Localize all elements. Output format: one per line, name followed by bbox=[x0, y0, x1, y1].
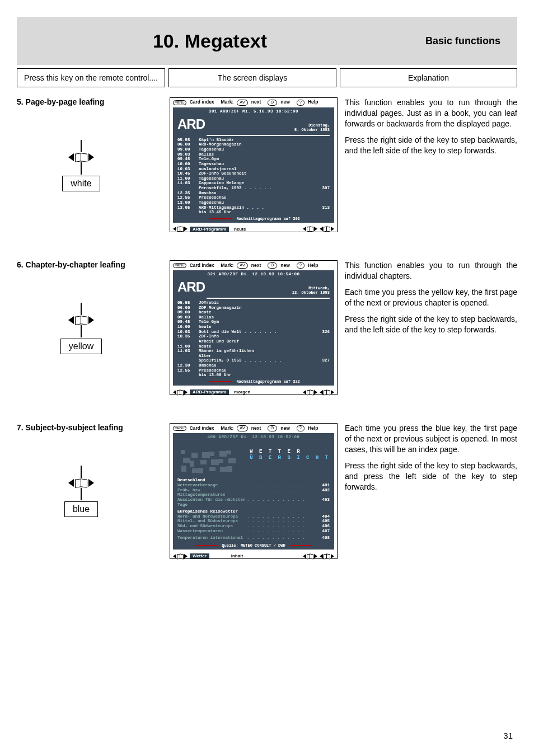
new-label: new bbox=[280, 100, 290, 105]
explanation-column: This function enables you to run through… bbox=[345, 97, 517, 232]
card-index-label: Card index bbox=[190, 426, 214, 431]
screen-menubar: MENUCard indexMark:AVnext⊙new?Help bbox=[170, 98, 337, 107]
program-row: 10.35ZDF-Info bbox=[177, 334, 330, 339]
program-title: Tagesschau bbox=[199, 176, 312, 181]
card-index-label: Card index bbox=[190, 263, 214, 269]
program-title: ARD-Mittagsmagazin . . . . bbox=[199, 205, 312, 210]
program-time: 09.03 bbox=[177, 152, 194, 157]
wetter-row: Mittel- und Südosteuropa . . . . . . . .… bbox=[177, 519, 330, 524]
next-label: next bbox=[251, 100, 261, 105]
page-title: 10. Megatext bbox=[153, 30, 267, 51]
header-bar: 10. Megatext Basic functions bbox=[17, 17, 517, 65]
screen-menubar: MENUCard indexMark:AVnext⊙new?Help bbox=[170, 261, 337, 270]
program-time: 09.00 bbox=[177, 147, 194, 152]
program-row: Arbeit und Beruf bbox=[177, 339, 330, 344]
explanation-column: Each time you press the blue key, the fi… bbox=[345, 423, 517, 559]
program-title: ZDF-Info bbox=[199, 334, 312, 339]
program-row: 10.00heute bbox=[177, 325, 330, 330]
channel-logo: ARD bbox=[177, 279, 205, 295]
new-pill: ⊙ bbox=[268, 425, 277, 431]
wetter-label: Früh- bzw. Mittagstemperaturen bbox=[177, 488, 247, 497]
program-title: ARD-Morgenmagazin bbox=[199, 142, 312, 147]
program-title: Cappuccino Melange bbox=[199, 181, 312, 186]
program-title: Gott und die Welt . . . . . . . bbox=[199, 330, 312, 335]
explanation-paragraph: Press the right side of the key to step … bbox=[345, 314, 517, 335]
program-row: 09.03Dallas bbox=[177, 315, 330, 320]
key-color-label: blue bbox=[64, 501, 98, 517]
program-page: 327 bbox=[316, 358, 330, 363]
program-title: Alter bbox=[199, 354, 312, 359]
help-pill: ? bbox=[297, 100, 305, 106]
program-time: 11.00 bbox=[177, 176, 194, 181]
help-pill: ? bbox=[297, 425, 305, 431]
program-time: 11.00 bbox=[177, 344, 194, 349]
wetter-row: Früh- bzw. Mittagstemperaturen . . . . .… bbox=[177, 488, 330, 497]
program-time: 05.55 bbox=[177, 300, 194, 306]
mark-label: Mark: bbox=[221, 100, 234, 105]
explanation-column: This function enables you to run through… bbox=[345, 260, 517, 395]
program-time bbox=[177, 339, 194, 344]
program-time: 09.45 bbox=[177, 320, 194, 325]
program-time bbox=[177, 354, 194, 359]
program-page bbox=[316, 157, 330, 162]
wetter-row: Süd- und Südwesteuropa . . . . . . . . .… bbox=[177, 524, 330, 529]
wetter-page: 401 bbox=[316, 483, 330, 488]
program-page bbox=[316, 320, 330, 325]
wetter-row: Aussichten für die nächsten Tage . . . .… bbox=[177, 497, 330, 507]
program-time: 11.03 bbox=[177, 349, 194, 354]
wetter-page: 402 bbox=[316, 488, 330, 497]
help-label: Help bbox=[308, 426, 318, 431]
program-page bbox=[316, 152, 330, 157]
wetter-row: Wettervorhersage . . . . . . . . . . . .… bbox=[177, 483, 330, 488]
program-time: 09.03 bbox=[177, 315, 194, 320]
wetter-label: Aussichten für die nächsten Tage bbox=[177, 497, 247, 507]
bottom-label: ARD-Programm bbox=[190, 389, 229, 395]
wetter-page: 408 bbox=[316, 536, 330, 541]
wetter-label: Wassertemperaturen bbox=[177, 529, 247, 534]
program-row: 12.55Presseschau bbox=[177, 195, 330, 200]
av-pill: AV bbox=[237, 425, 247, 431]
wetter-row: Temperaturen international . . . . . . .… bbox=[177, 536, 330, 541]
program-page bbox=[316, 349, 330, 354]
wetter-label: Mittel- und Südosteuropa bbox=[177, 519, 247, 524]
program-page bbox=[316, 339, 330, 344]
program-row: 11.03Männer im gefährlichen bbox=[177, 349, 330, 354]
manual-section: 7. Subject-by-subject leafingblueMENUCar… bbox=[17, 423, 517, 559]
program-row: Fernsehfilm, 1993 . . . . . .307 bbox=[177, 186, 330, 191]
program-page bbox=[316, 138, 330, 143]
program-time: 13.05 bbox=[177, 205, 194, 210]
program-title: Tele-Gym bbox=[199, 320, 312, 325]
program-page bbox=[316, 176, 330, 181]
program-time: 09.45 bbox=[177, 157, 194, 162]
program-row: 13.00Tagesschau bbox=[177, 200, 330, 205]
program-title: Tagesschau bbox=[199, 147, 312, 152]
wetter-label: Süd- und Südwesteuropa bbox=[177, 524, 247, 529]
menu-pill: MENU bbox=[173, 426, 186, 431]
leaf-key-icon bbox=[50, 316, 112, 324]
explanation-paragraph: Each time you press the blue key, the fi… bbox=[345, 423, 517, 455]
wetter-page: 405 bbox=[316, 519, 330, 524]
program-page bbox=[316, 200, 330, 205]
bottom-chip: morgen bbox=[231, 389, 253, 395]
program-time: 10.03 bbox=[177, 330, 194, 335]
program-row: 09.45Tele-Gym bbox=[177, 157, 330, 162]
wetter-label: Temperaturen international bbox=[177, 536, 247, 541]
wetter-row: Nord- und Nordwesteuropa . . . . . . . .… bbox=[177, 514, 330, 519]
program-row: 10.03auslandsjournal bbox=[177, 167, 330, 172]
leaf-key-icon bbox=[50, 479, 112, 487]
program-row: 11.00heute bbox=[177, 344, 330, 349]
program-row: 06.00ARD-Morgenmagazin bbox=[177, 142, 330, 147]
program-title: Tele-Gym bbox=[199, 157, 312, 162]
new-pill: ⊙ bbox=[268, 100, 277, 106]
manual-section: 5. Page-by-page leafingwhiteMENUCard ind… bbox=[17, 97, 517, 232]
page-subtitle: Basic functions bbox=[425, 35, 500, 47]
program-row: Alter bbox=[177, 354, 330, 359]
program-row: 05.55Käpt'n Blaubär bbox=[177, 138, 330, 143]
program-title: bis 13.45 Uhr bbox=[199, 210, 312, 215]
column-headers: Press this key on the remote control....… bbox=[17, 68, 517, 87]
program-page bbox=[316, 195, 330, 200]
menu-pill: MENU bbox=[173, 100, 186, 105]
header-col-screen: The screen displays bbox=[168, 68, 336, 87]
footer-note: Quelle: METEO CONSULT / DWD bbox=[173, 543, 334, 548]
help-pill: ? bbox=[297, 262, 305, 269]
